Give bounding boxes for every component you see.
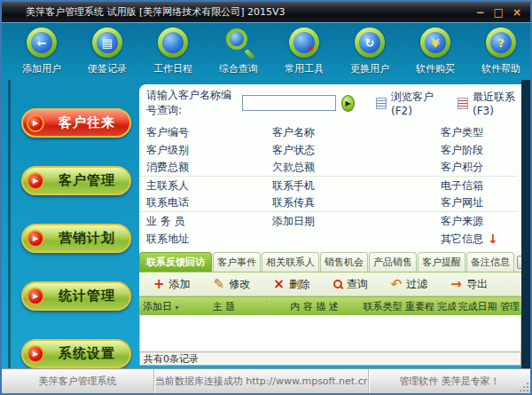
search-input[interactable] (242, 95, 336, 111)
calendar-icon (158, 28, 188, 58)
field-label: 客户编号 (139, 125, 272, 140)
field-label: 电子信箱 (441, 178, 518, 194)
toolbar-item-help[interactable]: ? 软件帮助 (468, 23, 530, 80)
play-arrow-icon: ▶ (27, 345, 44, 363)
toolbar-item-schedule[interactable]: 工作日程 (140, 23, 206, 80)
field-label: 业 务 员 (139, 214, 272, 229)
detail-tabstrip: 联系反馈回访 客户事件 相关联系人 销售机会 产品销售 客户提醒 备注信息 ◂ … (139, 251, 521, 273)
main-panel: 请输入客户名称编号查询: ▶ 浏览客户(F2) 最近联系(F3) 客户编号 客户… (139, 84, 521, 366)
tab-customer-events[interactable]: 客户事件 (213, 252, 261, 272)
column-header-done-date[interactable]: 完成日期 (457, 300, 499, 313)
add-button[interactable]: + 添加 (153, 277, 191, 292)
field-label: 客户级别 (139, 143, 272, 158)
sidebar-item-customer-management[interactable]: ▶ 客户管理 (21, 166, 131, 195)
toolbar-item-notes[interactable]: ▤ 便签记录 (74, 23, 140, 80)
close-button[interactable]: × (512, 7, 521, 18)
pencil-icon: ✎ (214, 278, 225, 291)
tab-scroll-left-icon[interactable]: ◂ (517, 256, 521, 269)
yuan-icon: ¥ (420, 28, 450, 58)
tab-product-sales[interactable]: 产品销售 (369, 252, 417, 272)
recent-contacts-link[interactable]: 最近联系(F3) (458, 90, 518, 117)
play-arrow-icon: ▶ (27, 172, 44, 190)
field-label: 添加日期 (272, 214, 441, 229)
toolbar-item-tools[interactable]: 常用工具 (271, 23, 337, 80)
filter-button[interactable]: ↶ 过滤 (391, 277, 428, 292)
field-label: 欠款总额 (272, 160, 441, 175)
document-icon (376, 98, 387, 109)
tab-contact-feedback[interactable]: 联系反馈回访 (139, 252, 212, 272)
add-user-icon: ← (27, 28, 57, 58)
browse-customers-link[interactable]: 浏览客户(F2) (376, 90, 436, 117)
toolbar-item-add-user[interactable]: ← 添加用户 (9, 23, 74, 80)
query-button[interactable]: 查询 (333, 277, 368, 292)
form-row: 业 务 员 添加日期 客户来源 (139, 212, 518, 230)
document-red-icon (458, 98, 468, 109)
tab-related-contacts[interactable]: 相关联系人 (262, 252, 319, 272)
main-toolbar: ← 添加用户 ▤ 便签记录 工作日程 综合查询 常用工具 ↻ 更换用户 ¥ 软件… (2, 23, 530, 80)
field-label: 客户网址 (441, 195, 518, 210)
statusbar-slogan: 管理软件 美萍是专家！ (369, 369, 530, 393)
statusbar-info: 当前数据库连接成功 http://www.mpsoft.net.cr (154, 369, 369, 393)
window-controls: − □ × (476, 2, 521, 23)
play-arrow-icon: ▶ (27, 288, 44, 305)
tab-customer-reminders[interactable]: 客户提醒 (418, 252, 466, 272)
field-label: 主联系人 (139, 178, 272, 194)
field-label: 联系电话 (139, 195, 272, 210)
column-header-done[interactable]: 完成 (437, 300, 457, 313)
column-header-contact-type[interactable]: 联系类型 (363, 300, 403, 313)
sidebar: ▶ 客户往来 ▶ 客户管理 ▶ 营销计划 ▶ 统计管理 ▶ 系统设置 (21, 108, 133, 395)
record-action-bar: + 添加 ✎ 修改 × 删除 查询 ↶ 过滤 (139, 273, 521, 296)
statusbar-app-name: 美萍客户管理系统 (2, 369, 154, 393)
other-info-link[interactable]: 其它信息 ↓ (441, 232, 518, 247)
form-row: 主联系人 联系手机 电子信箱 (139, 177, 518, 194)
tab-notes[interactable]: 备注信息 (466, 252, 514, 272)
form-row: 消费总额 欠款总额 客户积分 (139, 159, 518, 177)
maximize-button[interactable]: □ (494, 7, 504, 18)
record-count-text: 共有0条记录 (144, 352, 199, 366)
column-header-importance[interactable]: 重要程 (403, 300, 437, 313)
curved-arrow-icon: ↶ (391, 278, 403, 291)
search-row: 请输入客户名称编号查询: ▶ 浏览客户(F2) 最近联系(F3) (146, 93, 518, 113)
column-header-date[interactable]: 添加日 ▾ (139, 300, 182, 313)
export-button[interactable]: → 导出 (450, 277, 488, 292)
sidebar-item-statistics[interactable]: ▶ 统计管理 (21, 281, 131, 311)
edit-button[interactable]: ✎ 修改 (214, 277, 251, 292)
form-row: 客户编号 客户名称 客户类型 (139, 123, 518, 141)
records-table-header: 添加日 ▾ 主 题 内 容 描 述 联系类型 重要程 完成 完成日期 管理 (139, 296, 521, 315)
field-label: 联系地址 (139, 232, 272, 247)
records-table-body[interactable] (139, 315, 521, 352)
status-bar: 美萍客户管理系统 当前数据库连接成功 http://www.mpsoft.net… (2, 368, 530, 393)
field-label: 客户类型 (441, 125, 518, 140)
field-label: 联系手机 (272, 178, 441, 194)
refresh-icon: ↻ (355, 28, 385, 58)
column-header-subject[interactable]: 主 题 (182, 300, 267, 313)
play-arrow-icon: ▶ (27, 230, 44, 248)
field-label: 客户来源 (441, 214, 518, 229)
delete-button[interactable]: × 删除 (273, 277, 310, 292)
column-header-manage[interactable]: 管理 (499, 300, 520, 313)
form-row: 联系电话 联系传真 客户网址 (139, 194, 518, 212)
tab-sales-opportunities[interactable]: 销售机会 (320, 252, 368, 272)
toolbar-item-switch-user[interactable]: ↻ 更换用户 (337, 23, 403, 80)
field-label: 客户名称 (272, 125, 441, 140)
sort-indicator-icon: ▾ (176, 304, 179, 312)
search-icon (223, 28, 254, 58)
search-label: 请输入客户名称编号查询: (146, 88, 239, 118)
search-go-button[interactable]: ▶ (341, 95, 355, 112)
sidebar-item-system-settings[interactable]: ▶ 系统设置 (21, 339, 131, 368)
app-window: 美萍客户管理系统 试用版 [美萍网络技术有限公司] 2015V3 − □ × ←… (0, 0, 532, 395)
column-header-description[interactable]: 内 容 描 述 (267, 300, 363, 313)
field-label: 客户状态 (272, 143, 441, 158)
minimize-button[interactable]: − (476, 7, 485, 18)
help-icon: ? (486, 28, 516, 58)
toolbar-item-query[interactable]: 综合查询 (206, 23, 271, 80)
tab-scroll-controls: ◂ ▸ (515, 256, 521, 272)
sidebar-item-customer-contacts[interactable]: ▶ 客户往来 (21, 108, 131, 138)
sidebar-item-marketing-plan[interactable]: ▶ 营销计划 (21, 224, 131, 253)
toolbar-item-purchase[interactable]: ¥ 软件购买 (403, 23, 468, 80)
form-row: 联系地址 其它信息 ↓ (139, 230, 518, 248)
clock-icon (289, 28, 319, 58)
field-label: 消费总额 (139, 160, 272, 175)
form-row: 客户级别 客户状态 客户阶段 (139, 141, 518, 159)
record-count-bar: 共有0条记录 (139, 352, 521, 366)
